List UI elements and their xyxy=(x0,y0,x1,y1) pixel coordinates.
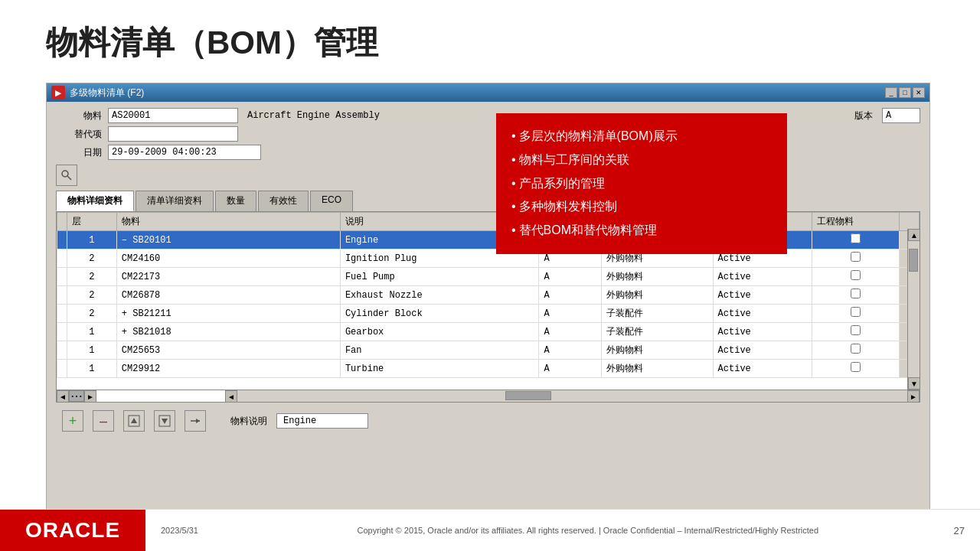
table-row[interactable]: 1 + SB21018GearboxA子装配件Active xyxy=(57,323,920,341)
h-scrollbar-left: ◄ ⋯ ► xyxy=(57,390,225,402)
move-up-icon xyxy=(127,414,141,428)
material-row: 物料 版本 xyxy=(56,108,920,123)
version-label: 版本 xyxy=(854,109,873,122)
col-material[interactable]: 物料 xyxy=(116,213,340,231)
bullet-5: • xyxy=(511,220,516,242)
tab-eco[interactable]: ECO xyxy=(310,191,353,211)
col-eng-material[interactable]: 工程物料 xyxy=(812,213,900,231)
bullet-4: • xyxy=(511,196,516,218)
scroll-thumb[interactable] xyxy=(909,249,918,272)
date-label: 日期 xyxy=(56,146,102,159)
callout-text-3: 产品系列的管理 xyxy=(519,173,605,195)
move-down-button[interactable] xyxy=(154,410,175,432)
maximize-button[interactable]: □ xyxy=(899,87,911,98)
material-desc-input xyxy=(244,108,489,123)
tab-quantity[interactable]: 数量 xyxy=(215,191,256,211)
row-indicator-cell xyxy=(57,268,67,286)
add-button[interactable]: + xyxy=(62,410,83,432)
footer: ORACLE 2023/5/31 Copyright © 2015, Oracl… xyxy=(0,509,980,551)
cell-status: Active xyxy=(713,268,812,286)
cell-eng-material xyxy=(812,249,900,268)
cell-version: A xyxy=(539,360,601,378)
cell-type: 外购物料 xyxy=(601,286,713,305)
tab-validity[interactable]: 有效性 xyxy=(258,191,309,211)
horizontal-scrollbar-container: ◄ ⋯ ► ◄ ► xyxy=(57,390,920,402)
table-row[interactable]: 1 CM29912TurbineA外购物料Active xyxy=(57,360,920,378)
row-indicator-cell xyxy=(57,305,67,323)
cell-eng-material xyxy=(812,323,900,341)
toolbar-search-button[interactable] xyxy=(56,165,77,186)
window-title: 多级物料清单 (F2) xyxy=(70,86,885,99)
slide: 物料清单（BOM）管理 ▶ 多级物料清单 (F2) _ □ ✕ 物料 版本 xyxy=(0,0,980,551)
eng-material-checkbox[interactable] xyxy=(851,362,861,372)
substitute-row: 替代项 xyxy=(56,126,920,142)
indent-button[interactable] xyxy=(185,410,206,432)
minimize-button[interactable]: _ xyxy=(885,87,897,98)
material-desc-value: Engine xyxy=(276,413,368,429)
cell-eng-material xyxy=(812,231,900,249)
callout-text-5: 替代BOM和替代物料管理 xyxy=(519,220,657,242)
window-titlebar: ▶ 多级物料清单 (F2) _ □ ✕ xyxy=(47,83,929,102)
eng-material-checkbox[interactable] xyxy=(851,233,861,243)
scroll-up-button[interactable]: ▲ xyxy=(908,229,920,241)
eng-material-checkbox[interactable] xyxy=(851,252,861,262)
table-row[interactable]: 1 – SB20101EngineA子装配件Active xyxy=(57,231,920,249)
search-icon xyxy=(60,169,73,181)
tab-material-detail[interactable]: 物料详细资料 xyxy=(56,191,134,211)
indent-icon xyxy=(188,414,202,428)
table-row[interactable]: 2 CM24160Ignition PlugA外购物料Active xyxy=(57,249,920,268)
window-controls[interactable]: _ □ ✕ xyxy=(885,87,925,98)
tab-list-detail[interactable]: 清单详细资料 xyxy=(136,191,214,211)
row-indicator-cell xyxy=(57,231,67,249)
scroll-left-button[interactable]: ◄ xyxy=(57,390,69,403)
move-up-button[interactable] xyxy=(123,410,145,432)
scroll-right-button2[interactable]: ► xyxy=(907,390,920,403)
material-desc-label: 物料说明 xyxy=(230,415,267,428)
substitute-input[interactable] xyxy=(108,126,238,142)
close-button[interactable]: ✕ xyxy=(913,87,925,98)
scroll-position-btn[interactable]: ⋯ xyxy=(69,390,84,402)
col-scrollbar-spacer xyxy=(899,213,919,231)
cell-version: A xyxy=(539,323,601,341)
row-indicator-cell xyxy=(57,323,67,341)
table-row[interactable]: 2 CM22173Fuel PumpA外购物料Active xyxy=(57,268,920,286)
version-input[interactable] xyxy=(882,108,920,123)
bottom-bar: + – xyxy=(56,406,920,436)
cell-version: A xyxy=(539,286,601,305)
cell-level: 1 xyxy=(67,323,116,341)
vertical-scrollbar[interactable]: ▲ ▼ xyxy=(907,229,920,390)
cell-description: Cylinder Block xyxy=(340,305,539,323)
table-row[interactable]: 2 CM26878Exhaust NozzleA外购物料Active xyxy=(57,286,920,305)
material-input[interactable] xyxy=(108,108,238,123)
oracle-window: ▶ 多级物料清单 (F2) _ □ ✕ 物料 版本 替代项 xyxy=(46,83,930,511)
cell-material: + SB21211 xyxy=(116,305,340,323)
cell-type: 子装配件 xyxy=(601,323,713,341)
eng-material-checkbox[interactable] xyxy=(851,307,861,317)
date-input[interactable] xyxy=(108,145,261,160)
scroll-left-button2[interactable]: ◄ xyxy=(225,390,237,403)
scroll-down-button[interactable]: ▼ xyxy=(908,377,920,390)
eng-material-checkbox[interactable] xyxy=(851,344,861,354)
cell-status: Active xyxy=(713,323,812,341)
callout-box: •多层次的物料清单(BOM)展示 •物料与工序间的关联 •产品系列的管理 •多种… xyxy=(496,113,787,254)
window-content: 物料 版本 替代项 日期 xyxy=(47,102,929,510)
cell-eng-material xyxy=(812,341,900,360)
cell-description: Turbine xyxy=(340,360,539,378)
scroll-track-h xyxy=(237,390,907,402)
remove-button[interactable]: – xyxy=(93,410,114,432)
cell-eng-material xyxy=(812,360,900,378)
tabs-container: 物料详细资料 清单详细资料 数量 有效性 ECO xyxy=(56,191,920,211)
cell-eng-material xyxy=(812,286,900,305)
eng-material-checkbox[interactable] xyxy=(851,325,861,335)
cell-level: 2 xyxy=(67,286,116,305)
eng-material-checkbox[interactable] xyxy=(851,270,861,280)
row-indicator-cell xyxy=(57,249,67,268)
cell-material: CM26878 xyxy=(116,286,340,305)
cell-version: A xyxy=(539,268,601,286)
table-row[interactable]: 1 CM25653FanA外购物料Active xyxy=(57,341,920,360)
table-row[interactable]: 2 + SB21211Cylinder BlockA子装配件Active xyxy=(57,305,920,323)
scroll-thumb-h[interactable] xyxy=(505,391,551,400)
eng-material-checkbox[interactable] xyxy=(851,289,861,298)
col-level[interactable]: 层 xyxy=(67,213,116,231)
scroll-right-button-left[interactable]: ► xyxy=(84,390,96,403)
